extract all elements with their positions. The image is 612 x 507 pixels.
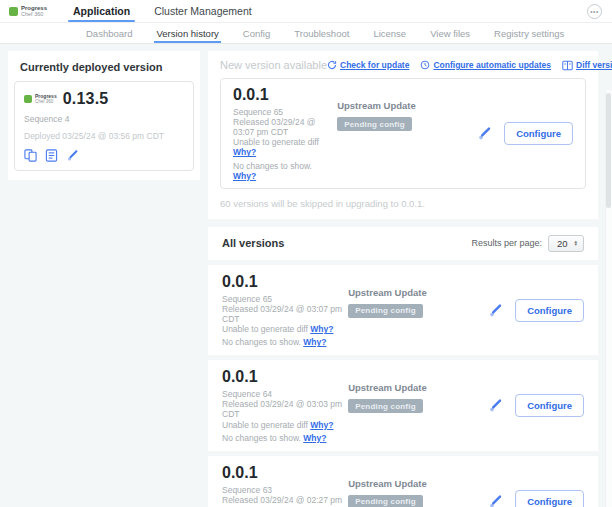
tab-config[interactable]: Config — [243, 23, 270, 43]
secondary-nav: Dashboard Version history Config Trouble… — [0, 23, 612, 44]
new-version-card-slot: 0.0.1 Sequence 65 Released 03/29/24 @ 03… — [220, 78, 586, 189]
currently-deployed-panel: Currently deployed version Progress Chef… — [8, 51, 200, 180]
diff-why-link[interactable]: Why? — [310, 324, 333, 334]
tab-dashboard[interactable]: Dashboard — [86, 23, 132, 43]
edit-config-icon[interactable] — [488, 494, 503, 507]
version-sequence: Sequence 64 — [222, 389, 348, 399]
skipped-versions-note: 60 versions will be skipped in upgrading… — [220, 198, 586, 211]
upstream-update-label: Upstream Update — [348, 287, 488, 298]
app-logo-small: Progress Chef 360 — [24, 94, 57, 105]
action-label: Diff versions — [576, 60, 612, 70]
tab-cluster-management[interactable]: Cluster Management — [142, 0, 263, 22]
version-actions: Configure — [488, 490, 584, 507]
deployed-card-header: Progress Chef 360 0.13.5 — [24, 90, 184, 108]
configure-button[interactable]: Configure — [515, 299, 584, 322]
version-diff-note: Unable to generate diff Why? — [233, 137, 337, 157]
tab-version-history[interactable]: Version history — [156, 23, 218, 43]
configure-button[interactable]: Configure — [515, 490, 584, 507]
tab-view-files[interactable]: View files — [430, 23, 470, 43]
version-released: Released 03/29/24 @ 03:03 pm CDT — [222, 399, 348, 419]
configure-automatic-updates-link[interactable]: Configure automatic updates — [420, 60, 551, 70]
brand-logo-text: Progress Chef 360 — [21, 5, 47, 18]
tab-application[interactable]: Application — [61, 0, 142, 22]
edit-config-icon[interactable] — [66, 149, 79, 162]
more-menu-button[interactable]: ••• — [587, 4, 602, 19]
results-per-page-label: Results per page: — [471, 238, 542, 248]
check-for-update-link[interactable]: Check for update — [327, 60, 409, 70]
upstream-update-label: Upstream Update — [348, 478, 488, 489]
tab-registry-settings[interactable]: Registry settings — [494, 23, 564, 43]
new-version-header: New version available Check for update — [220, 59, 586, 71]
version-released: Released 03/29/24 @ 02:27 pm CDT — [222, 495, 348, 507]
content-area: Currently deployed version Progress Chef… — [0, 45, 612, 507]
ellipsis-icon: ••• — [590, 8, 598, 15]
deployed-version-number: 0.13.5 — [63, 90, 109, 108]
diff-note-text: Unable to generate diff — [222, 420, 308, 430]
top-bar: Progress Chef 360 Application Cluster Ma… — [0, 0, 612, 23]
schedule-icon — [420, 60, 430, 70]
top-tabs: Application Cluster Management — [61, 0, 264, 22]
diff-note-text: Unable to generate diff — [222, 324, 308, 334]
brand-logo-text: Progress Chef 360 — [35, 94, 57, 105]
scrollbar-track[interactable] — [605, 90, 612, 507]
edit-config-icon[interactable] — [488, 398, 503, 413]
select-arrows-icon: ▲ ▼ — [574, 240, 578, 247]
configure-button[interactable]: Configure — [515, 394, 584, 417]
diff-versions-link[interactable]: Diff versions — [562, 60, 612, 71]
release-notes-icon[interactable] — [45, 149, 58, 162]
version-released: Released 03/29/24 @ 03:07 pm CDT — [233, 117, 337, 137]
changes-note-text: No changes to show. — [222, 433, 301, 443]
version-info: 0.0.1 Sequence 65 Released 03/29/24 @ 03… — [233, 86, 337, 181]
all-versions-header: All versions Results per page: 20 ▲ ▼ — [208, 227, 598, 260]
deployed-timestamp: Deployed 03/25/24 @ 03:56 pm CDT — [24, 131, 184, 141]
diff-icon[interactable] — [24, 149, 37, 162]
tab-troubleshoot[interactable]: Troubleshoot — [294, 23, 349, 43]
version-changes-note: No changes to show. Why? — [222, 433, 348, 443]
tab-license[interactable]: License — [373, 23, 406, 43]
version-actions: Configure — [488, 394, 584, 417]
version-actions: Configure — [477, 122, 573, 145]
changes-why-link[interactable]: Why? — [303, 337, 326, 347]
configure-button[interactable]: Configure — [504, 122, 573, 145]
edit-config-icon[interactable] — [488, 303, 503, 318]
version-changes-note: No changes to show. Why? — [233, 161, 337, 181]
results-per-page-select[interactable]: 20 ▲ ▼ — [548, 235, 584, 252]
version-card: 0.0.1 Sequence 65 Released 03/29/24 @ 03… — [220, 78, 586, 189]
pending-config-badge: Pending config — [348, 304, 423, 318]
changes-note-text: No changes to show. — [233, 161, 312, 171]
main-column: New version available Check for update — [208, 45, 598, 507]
deployed-panel-title: Currently deployed version — [8, 51, 200, 81]
all-versions-list: 0.0.1 Sequence 65 Released 03/29/24 @ 03… — [208, 265, 598, 507]
deployed-version-card: Progress Chef 360 0.13.5 Sequence 4 Depl… — [14, 81, 194, 171]
changes-why-link[interactable]: Why? — [303, 433, 326, 443]
changes-why-link[interactable]: Why? — [233, 171, 256, 181]
results-per-page: Results per page: 20 ▲ ▼ — [471, 235, 584, 252]
brand-logo-icon — [24, 95, 32, 103]
diff-why-link[interactable]: Why? — [310, 420, 333, 430]
version-card: 0.0.1 Sequence 65 Released 03/29/24 @ 03… — [208, 265, 598, 356]
diff-icon — [562, 60, 573, 71]
deployed-card-icons — [24, 149, 184, 162]
deployed-sequence: Sequence 4 — [24, 114, 184, 124]
diff-why-link[interactable]: Why? — [233, 147, 256, 157]
upstream-update-label: Upstream Update — [348, 382, 488, 393]
version-card: 0.0.1 Sequence 64 Released 03/29/24 @ 03… — [208, 360, 598, 451]
all-versions-title: All versions — [222, 237, 284, 249]
arrow-down-icon: ▼ — [574, 243, 578, 247]
scrollbar-thumb[interactable] — [606, 93, 611, 208]
version-info: 0.0.1 Sequence 64 Released 03/29/24 @ 03… — [222, 368, 348, 443]
version-diff-note: Unable to generate diff Why? — [222, 324, 348, 334]
version-source: Upstream Update Pending config — [348, 464, 488, 507]
version-source: Upstream Update Pending config — [348, 368, 488, 443]
version-number: 0.0.1 — [222, 464, 348, 482]
version-diff-note: Unable to generate diff Why? — [222, 420, 348, 430]
edit-config-icon[interactable] — [477, 126, 492, 141]
changes-note-text: No changes to show. — [222, 337, 301, 347]
version-actions: Configure — [488, 299, 584, 322]
version-source: Upstream Update Pending config — [348, 273, 488, 348]
new-version-actions: Check for update Configure automatic upd… — [327, 60, 612, 71]
brand-logo-icon — [9, 7, 18, 16]
upstream-update-label: Upstream Update — [337, 100, 477, 111]
version-changes-note: No changes to show. Why? — [222, 337, 348, 347]
results-per-page-value: 20 — [557, 238, 568, 249]
